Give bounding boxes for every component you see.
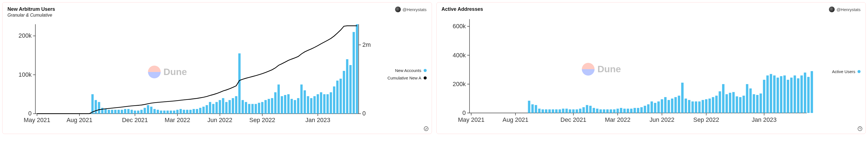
svg-rect-33 xyxy=(111,110,113,114)
svg-rect-87 xyxy=(287,94,289,113)
svg-rect-166 xyxy=(637,108,639,113)
svg-rect-104 xyxy=(343,71,345,114)
check-circle-icon[interactable] xyxy=(423,126,429,132)
title-block: New Arbitrum Users Granular & Cumulative xyxy=(7,6,55,18)
svg-rect-93 xyxy=(307,96,309,113)
svg-rect-200 xyxy=(752,94,755,113)
svg-rect-90 xyxy=(297,98,299,113)
svg-text:Jun 2022: Jun 2022 xyxy=(649,116,674,123)
svg-rect-39 xyxy=(130,110,133,114)
svg-rect-68 xyxy=(225,102,227,113)
svg-text:400k: 400k xyxy=(453,52,466,59)
svg-rect-180 xyxy=(684,99,687,113)
svg-text:Aug 2021: Aug 2021 xyxy=(502,116,528,123)
svg-rect-170 xyxy=(651,101,653,113)
author-link[interactable]: @Henrystats xyxy=(395,6,427,12)
svg-rect-150 xyxy=(582,107,585,113)
svg-rect-37 xyxy=(124,109,126,114)
svg-rect-159 xyxy=(613,109,615,113)
svg-rect-28 xyxy=(94,100,97,113)
svg-point-109 xyxy=(424,127,428,131)
svg-rect-79 xyxy=(261,102,264,113)
svg-rect-35 xyxy=(118,110,120,114)
svg-rect-153 xyxy=(592,108,595,113)
svg-rect-29 xyxy=(98,102,100,113)
svg-rect-86 xyxy=(284,95,286,113)
svg-rect-201 xyxy=(756,95,758,113)
svg-rect-48 xyxy=(160,110,162,113)
svg-rect-40 xyxy=(134,110,136,113)
svg-text:Sep 2022: Sep 2022 xyxy=(249,116,275,124)
svg-rect-144 xyxy=(562,108,564,113)
legend: Active Users xyxy=(813,15,861,128)
legend-swatch-bar-icon xyxy=(424,69,427,72)
svg-rect-158 xyxy=(610,109,612,113)
svg-rect-176 xyxy=(671,99,674,113)
svg-rect-175 xyxy=(668,100,670,113)
svg-rect-74 xyxy=(245,102,247,113)
svg-rect-146 xyxy=(569,109,571,113)
svg-rect-101 xyxy=(333,86,335,113)
svg-rect-214 xyxy=(800,76,803,113)
svg-rect-173 xyxy=(661,99,663,113)
svg-rect-215 xyxy=(804,73,806,113)
svg-rect-138 xyxy=(541,109,544,113)
svg-text:2m: 2m xyxy=(362,41,371,48)
svg-rect-145 xyxy=(565,108,568,113)
svg-rect-34 xyxy=(114,110,116,114)
legend-item-active-users[interactable]: Active Users xyxy=(816,69,861,74)
plot-area[interactable]: Dune 0200k400k600kMay 2021Aug 2021Dec 20… xyxy=(442,15,814,128)
legend-item-new-accounts[interactable]: New Accounts xyxy=(382,68,427,73)
svg-text:200k: 200k xyxy=(19,32,31,39)
svg-rect-43 xyxy=(144,108,146,114)
svg-rect-163 xyxy=(626,108,629,113)
svg-rect-193 xyxy=(729,93,731,113)
svg-rect-148 xyxy=(575,109,578,113)
svg-text:Mar 2022: Mar 2022 xyxy=(165,116,190,124)
svg-rect-84 xyxy=(277,84,280,113)
svg-rect-58 xyxy=(193,109,195,114)
svg-rect-192 xyxy=(725,94,728,113)
clock-icon[interactable] xyxy=(857,126,863,132)
author-handle: @Henrystats xyxy=(837,7,861,12)
svg-rect-174 xyxy=(664,97,666,113)
svg-rect-183 xyxy=(695,101,697,113)
svg-text:100k: 100k xyxy=(19,71,31,78)
svg-rect-168 xyxy=(644,106,646,113)
svg-rect-97 xyxy=(320,92,322,113)
svg-rect-199 xyxy=(749,88,752,113)
author-link[interactable]: @Henrystats xyxy=(829,6,861,12)
svg-rect-92 xyxy=(304,90,306,113)
svg-rect-78 xyxy=(258,103,260,113)
svg-text:Aug 2021: Aug 2021 xyxy=(67,116,93,124)
svg-text:Dec 2021: Dec 2021 xyxy=(560,116,586,123)
svg-rect-83 xyxy=(274,92,276,113)
svg-rect-205 xyxy=(770,74,772,113)
svg-rect-181 xyxy=(688,100,690,113)
svg-rect-184 xyxy=(698,101,701,113)
svg-rect-89 xyxy=(294,100,296,113)
svg-rect-209 xyxy=(783,76,786,113)
svg-rect-202 xyxy=(760,94,762,113)
chart-card-new-users: New Arbitrum Users Granular & Cumulative… xyxy=(2,2,432,134)
chart-subtitle: Granular & Cumulative xyxy=(7,13,55,18)
svg-rect-36 xyxy=(121,110,123,114)
plot-area[interactable]: Dune 0100k200k02mMay 2021Aug 2021Dec 202… xyxy=(7,21,380,128)
legend-item-cumulative[interactable]: Cumulative New A xyxy=(382,76,427,80)
svg-rect-50 xyxy=(166,110,168,113)
legend: New Accounts Cumulative New A xyxy=(380,21,427,128)
svg-rect-151 xyxy=(586,105,588,113)
svg-rect-99 xyxy=(327,94,329,113)
svg-rect-49 xyxy=(163,110,165,113)
card-header: New Arbitrum Users Granular & Cumulative… xyxy=(7,6,427,18)
svg-rect-152 xyxy=(589,106,592,113)
svg-rect-191 xyxy=(722,84,724,113)
legend-swatch-bar-icon xyxy=(858,70,861,73)
svg-rect-45 xyxy=(150,107,152,113)
svg-rect-165 xyxy=(633,108,636,113)
svg-rect-149 xyxy=(579,108,582,113)
svg-rect-30 xyxy=(101,108,103,114)
svg-rect-210 xyxy=(787,80,789,113)
svg-rect-63 xyxy=(209,102,211,113)
svg-rect-179 xyxy=(681,83,684,113)
